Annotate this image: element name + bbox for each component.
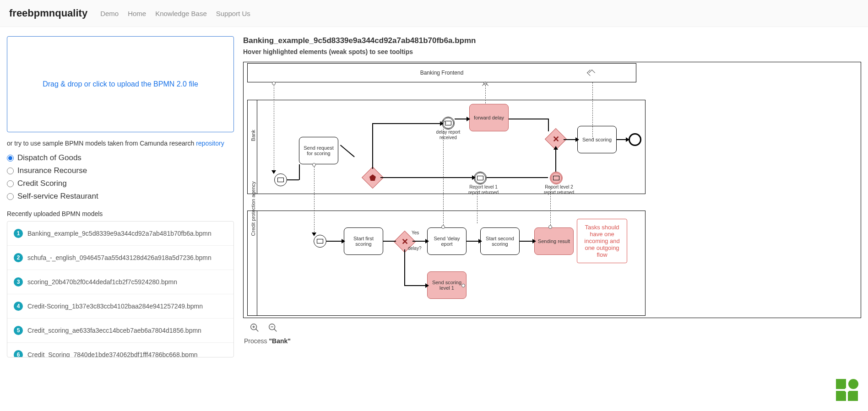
arrowhead-icon (532, 239, 536, 243)
event-report-l2[interactable] (550, 172, 563, 184)
message-flow (274, 85, 274, 172)
message-flow (592, 82, 593, 139)
upload-dropzone[interactable]: Drag & drop or click to upload the BPMN … (7, 36, 234, 132)
arrowhead-icon (472, 175, 476, 180)
arrowhead-icon (478, 239, 482, 243)
upload-dropzone-text: Drag & drop or click to upload the BPMN … (43, 80, 198, 88)
task-start-first[interactable]: Start first scoring (344, 227, 383, 255)
list-item[interactable]: 4 Credit-Scoring_1b37e3c83ccb4102baa284e… (7, 294, 233, 319)
envelope-icon (277, 178, 284, 182)
recent-list[interactable]: 1 Banking_example_9c5d8339e9a344cd92a7ab… (7, 221, 234, 357)
envelope-icon (317, 239, 323, 243)
sequence-flow (509, 119, 548, 119)
bpmn-diagram-canvas[interactable]: Banking Frontend Bank Send request for s… (243, 62, 861, 318)
list-item-number: 4 (14, 302, 23, 311)
sample-option-credit[interactable]: Credit Scoring (7, 179, 234, 188)
list-item-number: 5 (14, 326, 23, 335)
event-label: delay report received (434, 130, 462, 141)
x-icon: ✕ (553, 135, 559, 143)
message-flow (443, 122, 444, 225)
envelope-icon (477, 176, 483, 180)
sample-option-restaurant[interactable]: Self-service Restaurant (7, 192, 234, 201)
sequence-flow (548, 119, 549, 131)
radio-credit[interactable] (7, 180, 14, 187)
tooltip-validation: Tasks should have one incoming and one o… (577, 219, 627, 263)
radio-insurance[interactable] (7, 168, 14, 174)
arrowhead-icon (271, 170, 276, 174)
sequence-flow (487, 177, 548, 178)
svg-line-1 (256, 329, 259, 332)
sequence-flow (372, 123, 373, 169)
message-flow-origin-icon (461, 284, 465, 287)
list-item[interactable]: 2 schufa_-_english_0946457aa55d43128d426… (7, 246, 233, 270)
end-event[interactable] (629, 133, 641, 146)
sequence-flow (287, 179, 299, 180)
lane-divider (257, 100, 257, 194)
repository-link[interactable]: repository (196, 140, 224, 147)
sequence-flow (299, 164, 300, 180)
sequence-flow (372, 123, 442, 124)
pentagon-icon (369, 174, 376, 181)
arrowhead-icon (626, 137, 629, 142)
zoom-in-icon[interactable] (250, 323, 260, 333)
gateway-label: delay? (408, 246, 421, 251)
sample-option-insurance[interactable]: Insurance Recourse (7, 166, 234, 175)
event-report-l1[interactable] (474, 172, 487, 184)
list-item-number: 3 (14, 277, 23, 287)
list-item-label: Banking_example_9c5d8339e9a344cd92a7ab48… (27, 230, 212, 237)
arrowhead-icon (425, 239, 429, 243)
list-item[interactable]: 6 Credit_Scoring_7840de1bde374062bdf1fff… (7, 343, 233, 357)
sequence-flow (555, 147, 556, 172)
pool-label: Credit protection agency (250, 181, 256, 236)
task-sending-result[interactable]: Sending result (534, 227, 574, 255)
sequence-flow (380, 177, 474, 178)
brand-logo[interactable]: freebpmnquality (9, 7, 87, 19)
arrowhead-icon (467, 117, 470, 121)
pool-label: Banking Frontend (420, 70, 464, 76)
list-item-label: scoring_20b470b2f0c44dedaf1cb2f7c5924280… (27, 278, 177, 286)
radio-restaurant[interactable] (7, 193, 14, 200)
file-title: Banking_example_9c5d8339e9a344cd92a7ab48… (243, 36, 861, 45)
list-item[interactable]: 5 Credit_scoring_ae633fa3ecc14bceb7aeb6a… (7, 319, 233, 343)
sequence-flow (404, 285, 427, 286)
message-flow-origin-icon (548, 225, 552, 229)
sample-option-dispatch[interactable]: Dispatch of Goods (7, 153, 234, 162)
file-subtitle: Hover highlighted elements (weak spots) … (243, 48, 861, 55)
sequence-flow (340, 145, 355, 157)
task-start-second[interactable]: Start second scoring (480, 227, 520, 255)
nav-link-demo[interactable]: Demo (100, 10, 119, 17)
envelope-icon (553, 176, 559, 180)
nav-link-kb[interactable]: Knowledge Base (155, 10, 207, 17)
radio-dispatch[interactable] (7, 155, 14, 162)
task-send-scoring-l1[interactable]: Send scoring level 1 (427, 271, 467, 299)
message-flow (314, 167, 315, 234)
nav-link-home[interactable]: Home (128, 10, 146, 17)
pool-bank: Bank Send request for scoring d (247, 100, 646, 194)
start-event-agency[interactable] (314, 235, 326, 248)
arrowhead-icon (312, 233, 316, 236)
task-send-request[interactable]: Send request for scoring (299, 137, 338, 164)
svg-line-5 (274, 329, 277, 332)
sequence-flow (404, 249, 405, 285)
task-forward-delay[interactable]: forward delay (469, 104, 509, 131)
list-item[interactable]: 3 scoring_20b470b2f0c44dedaf1cb2f7c59242… (7, 270, 233, 294)
sample-radio-group: Dispatch of Goods Insurance Recourse Cre… (7, 153, 234, 201)
list-item-label: Credit_scoring_ae633fa3ecc14bceb7aeb6a78… (27, 327, 201, 334)
list-item[interactable]: 1 Banking_example_9c5d8339e9a344cd92a7ab… (7, 222, 233, 246)
zoom-controls (250, 323, 861, 333)
pool-label: Bank (250, 130, 256, 141)
sample-models-hint: or try to use sample BPMN models taken f… (7, 140, 234, 147)
zoom-out-icon[interactable] (268, 323, 278, 333)
event-label: Report level 1 report returned (465, 184, 502, 195)
arrowhead-icon (553, 146, 558, 150)
task-send-scoring[interactable]: Send scoring (577, 126, 617, 153)
arrowhead-icon (342, 239, 345, 243)
arrowhead-icon (425, 283, 429, 288)
message-flow (550, 187, 551, 225)
arrowhead-icon (575, 137, 579, 142)
list-item-number: 6 (14, 350, 23, 357)
start-event[interactable] (274, 173, 287, 186)
nav-link-support[interactable]: Support Us (216, 10, 250, 17)
task-send-delay-report[interactable]: Send 'delay eport (427, 227, 467, 255)
x-icon: ✕ (401, 238, 408, 246)
